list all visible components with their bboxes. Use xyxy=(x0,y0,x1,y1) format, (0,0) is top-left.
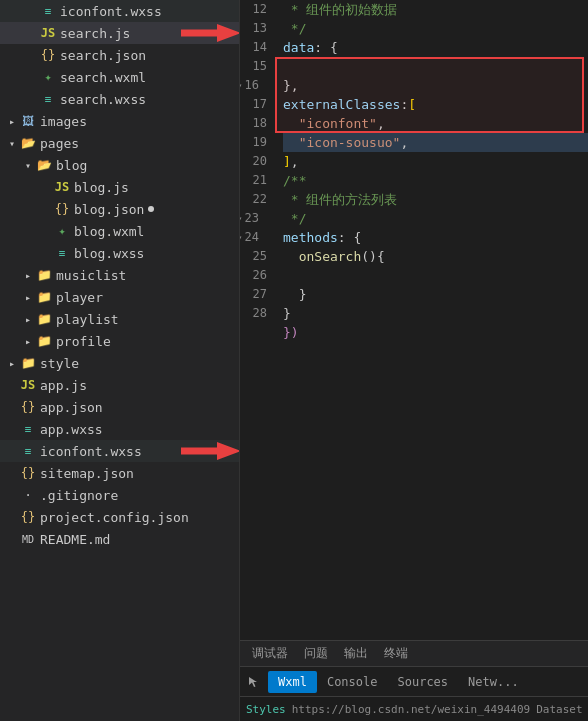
annotation-arrow-2 xyxy=(177,442,240,460)
code-line: }) xyxy=(283,323,588,342)
sidebar-item-search-js[interactable]: JS search.js xyxy=(0,22,239,44)
line-numbers: 12 13 14 15 ▾16 17 18 19 20 21 22 ▾23 xyxy=(240,0,275,640)
file-label: sitemap.json xyxy=(40,466,134,481)
folder-label: pages xyxy=(40,136,79,151)
folder-label: images xyxy=(40,114,87,129)
styles-label: Styles xyxy=(246,703,286,716)
file-label: app.js xyxy=(40,378,87,393)
js-icon: JS xyxy=(40,25,56,41)
arrow-icon xyxy=(20,311,36,327)
tab-console[interactable]: Console xyxy=(317,671,388,693)
folder-icon: 📁 xyxy=(36,311,52,327)
cursor-tool-icon[interactable] xyxy=(244,672,264,692)
dataset-label: Dataset xyxy=(536,703,582,716)
arrow-icon xyxy=(4,135,20,151)
code-line: * 组件的初始数据 xyxy=(283,0,588,19)
code-line: data: { xyxy=(283,38,588,57)
line-num: ▾16 xyxy=(240,76,267,95)
line-num: 26 xyxy=(240,266,267,285)
code-token xyxy=(283,247,299,266)
sidebar-item-playlist[interactable]: 📁 playlist xyxy=(0,308,239,330)
file-label: app.wxss xyxy=(40,422,103,437)
sidebar-item-blog-js[interactable]: JS blog.js xyxy=(0,176,239,198)
sidebar-item-gitignore[interactable]: · .gitignore xyxy=(0,484,239,506)
sidebar-item-pages[interactable]: 📂 pages xyxy=(0,132,239,154)
sidebar-item-app-wxss[interactable]: ≡ app.wxss xyxy=(0,418,239,440)
sidebar-item-search-json[interactable]: {} search.json xyxy=(0,44,239,66)
file-label: blog.wxml xyxy=(74,224,144,239)
json-icon: {} xyxy=(40,47,56,63)
folder-label: playlist xyxy=(56,312,119,327)
code-line: onSearch(){ xyxy=(283,247,588,266)
tab-debugger[interactable]: 调试器 xyxy=(244,645,296,662)
sidebar-item-images[interactable]: 🖼 images xyxy=(0,110,239,132)
sidebar-item-blog-json[interactable]: {} blog.json xyxy=(0,198,239,220)
folder-icon: 📁 xyxy=(36,333,52,349)
wxss-icon: ≡ xyxy=(20,443,36,459)
file-label: iconfont.wxss xyxy=(40,444,142,459)
md-icon: MD xyxy=(20,531,36,547)
sidebar-item-search-wxss[interactable]: ≡ search.wxss xyxy=(0,88,239,110)
sidebar-item-musiclist[interactable]: 📁 musiclist xyxy=(0,264,239,286)
line-num: 27 xyxy=(240,285,267,304)
sidebar-item-blog[interactable]: 📂 blog xyxy=(0,154,239,176)
code-token: data xyxy=(283,38,314,57)
code-line: "iconfont", xyxy=(283,114,588,133)
right-panel: 12 13 14 15 ▾16 17 18 19 20 21 22 ▾23 xyxy=(240,0,588,721)
code-line: } xyxy=(283,285,588,304)
sidebar-item-sitemap[interactable]: {} sitemap.json xyxy=(0,462,239,484)
sidebar-item-iconfont-wxss[interactable]: ≡ iconfont.wxss xyxy=(0,0,239,22)
sidebar-item-app-json[interactable]: {} app.json xyxy=(0,396,239,418)
code-token: methods xyxy=(283,228,338,247)
file-label: project.config.json xyxy=(40,510,189,525)
code-token: * 组件的初始数据 xyxy=(283,0,397,19)
code-token: , xyxy=(400,133,408,152)
folder-label: player xyxy=(56,290,103,305)
folder-label: profile xyxy=(56,334,111,349)
sidebar-item-blog-wxss[interactable]: ≡ blog.wxss xyxy=(0,242,239,264)
code-line: */ xyxy=(283,19,588,38)
modified-dot xyxy=(148,206,154,212)
sidebar-item-style[interactable]: 📁 style xyxy=(0,352,239,374)
code-line: methods: { xyxy=(283,228,588,247)
code-content: * 组件的初始数据 */ data: { }, xyxy=(275,0,588,640)
sidebar-item-iconfont-wxss2[interactable]: ≡ iconfont.wxss xyxy=(0,440,239,462)
code-token: , xyxy=(377,114,385,133)
code-token: onSearch xyxy=(299,247,362,266)
file-label: blog.wxss xyxy=(74,246,144,261)
folder-icon: 📁 xyxy=(36,267,52,283)
sidebar-item-app-js[interactable]: JS app.js xyxy=(0,374,239,396)
tab-terminal[interactable]: 终端 xyxy=(376,645,416,662)
sidebar-item-player[interactable]: 📁 player xyxy=(0,286,239,308)
code-token: }, xyxy=(283,76,299,95)
code-line: } xyxy=(283,304,588,323)
arrow-icon xyxy=(4,355,20,371)
js-icon: JS xyxy=(20,377,36,393)
wxml-icon: ✦ xyxy=(40,69,56,85)
code-line xyxy=(283,266,588,285)
tab-sources[interactable]: Sources xyxy=(387,671,458,693)
tab-network[interactable]: Netw... xyxy=(458,671,529,693)
sidebar-item-search-wxml[interactable]: ✦ search.wxml xyxy=(0,66,239,88)
folder-label: musiclist xyxy=(56,268,126,283)
file-label: app.json xyxy=(40,400,103,415)
code-token: externalClasses xyxy=(283,95,400,114)
folder-icon: 🖼 xyxy=(20,113,36,129)
sidebar-item-readme[interactable]: MD README.md xyxy=(0,528,239,550)
sidebar-item-project-config[interactable]: {} project.config.json xyxy=(0,506,239,528)
code-token: : xyxy=(400,95,408,114)
arrow-icon xyxy=(20,289,36,305)
tab-issues[interactable]: 问题 xyxy=(296,645,336,662)
code-line: * 组件的方法列表 xyxy=(283,190,588,209)
json-icon: {} xyxy=(20,509,36,525)
file-label: blog.json xyxy=(74,202,144,217)
line-num: ▾24 xyxy=(240,228,267,247)
js-icon: JS xyxy=(54,179,70,195)
file-label: blog.js xyxy=(74,180,129,195)
line-num: 22 xyxy=(240,190,267,209)
tab-wxml[interactable]: Wxml xyxy=(268,671,317,693)
tab-output[interactable]: 输出 xyxy=(336,645,376,662)
code-token: } xyxy=(283,304,291,323)
sidebar-item-profile[interactable]: 📁 profile xyxy=(0,330,239,352)
sidebar-item-blog-wxml[interactable]: ✦ blog.wxml xyxy=(0,220,239,242)
